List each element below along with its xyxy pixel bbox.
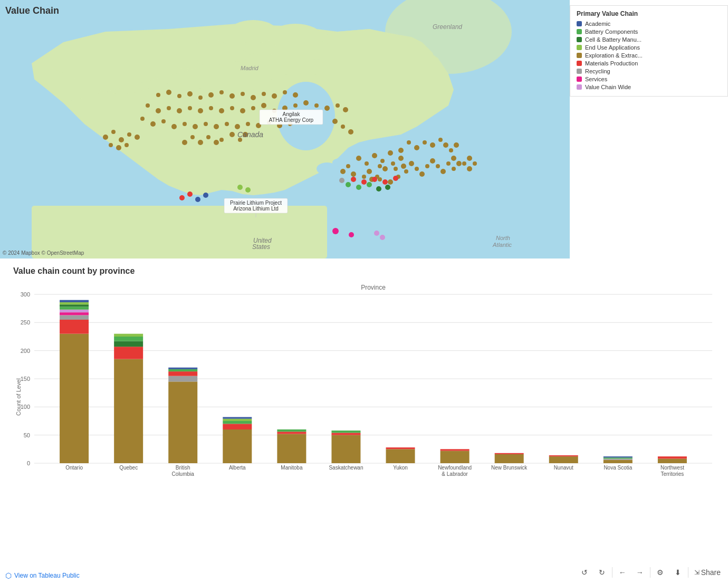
- map-container[interactable]: Angilak ATHA Energy Corp Prairie Lithium…: [0, 0, 570, 259]
- svg-point-17: [365, 161, 369, 166]
- bar-segment[interactable]: [604, 457, 633, 458]
- bar-label: Columbia: [172, 471, 195, 477]
- bar-segment[interactable]: [114, 337, 143, 341]
- undo-button[interactable]: ↺: [577, 565, 592, 580]
- bar-segment[interactable]: [277, 434, 306, 463]
- bar-segment[interactable]: [277, 429, 306, 432]
- bar-label: Newfoundland: [438, 465, 472, 471]
- svg-text:Angilak: Angilak: [283, 111, 301, 117]
- svg-point-26: [398, 156, 404, 161]
- download-button[interactable]: ⬇: [670, 565, 685, 580]
- bar-segment[interactable]: [495, 453, 524, 454]
- bar-segment[interactable]: [60, 300, 89, 302]
- legend-item: End Use Applications: [577, 44, 721, 51]
- bar-segment[interactable]: [168, 368, 197, 369]
- back-button[interactable]: ←: [615, 565, 630, 580]
- svg-point-103: [293, 103, 298, 108]
- bar-segment[interactable]: [168, 369, 197, 371]
- bar-segment[interactable]: [223, 419, 252, 421]
- bar-segment[interactable]: [604, 458, 633, 459]
- share-button[interactable]: ⇲ Share: [691, 565, 724, 580]
- bar-label: British: [176, 465, 190, 471]
- redo-button[interactable]: ↻: [595, 565, 609, 580]
- bar-segment[interactable]: [60, 304, 89, 307]
- bar-segment[interactable]: [331, 435, 360, 463]
- bar-segment[interactable]: [60, 310, 89, 312]
- bar-segment[interactable]: [658, 456, 687, 458]
- svg-text:50: 50: [24, 432, 30, 438]
- bar-segment[interactable]: [331, 433, 360, 435]
- svg-text:ATHA Energy Corp: ATHA Energy Corp: [269, 117, 314, 123]
- svg-point-110: [150, 121, 156, 127]
- svg-point-60: [119, 137, 124, 142]
- legend-item-label: Materials Production: [585, 60, 638, 66]
- svg-point-49: [398, 148, 404, 153]
- legend-item-label: Recycling: [585, 68, 610, 74]
- view-tableau-label[interactable]: View on Tableau Public: [14, 572, 80, 579]
- svg-point-98: [240, 108, 245, 113]
- svg-point-119: [246, 122, 250, 126]
- svg-text:Madrid: Madrid: [241, 65, 259, 71]
- bar-segment[interactable]: [60, 320, 89, 334]
- svg-point-78: [187, 91, 193, 97]
- bar-segment[interactable]: [386, 447, 415, 449]
- svg-point-11: [332, 158, 348, 167]
- settings-button[interactable]: ⚙: [653, 565, 668, 580]
- svg-point-87: [283, 90, 287, 94]
- bar-segment[interactable]: [114, 341, 143, 347]
- svg-point-89: [146, 103, 150, 108]
- svg-point-71: [219, 138, 224, 142]
- bar-segment[interactable]: [440, 451, 470, 463]
- svg-point-31: [415, 167, 419, 171]
- bar-segment[interactable]: [114, 359, 143, 463]
- bar-segment[interactable]: [114, 347, 143, 359]
- svg-point-30: [409, 161, 414, 166]
- bar-segment[interactable]: [440, 449, 470, 451]
- bar-segment[interactable]: [60, 315, 89, 320]
- legend-item: Battery Components: [577, 28, 721, 35]
- bar-segment[interactable]: [331, 430, 360, 433]
- svg-point-50: [407, 140, 411, 145]
- bar-label: Yukon: [393, 465, 408, 471]
- bar-segment[interactable]: [386, 449, 415, 463]
- bar-segment[interactable]: [60, 307, 89, 309]
- svg-point-105: [314, 103, 319, 108]
- bar-segment[interactable]: [549, 455, 578, 456]
- svg-point-7: [171, 53, 198, 69]
- bar-segment[interactable]: [60, 312, 89, 315]
- chart-inner: Province 050100150200250300OntarioQuebec…: [34, 284, 712, 495]
- svg-point-81: [219, 90, 224, 94]
- bar-segment[interactable]: [495, 454, 524, 463]
- svg-point-108: [343, 107, 348, 112]
- bar-segment[interactable]: [223, 424, 252, 429]
- bar-segment[interactable]: [277, 432, 306, 434]
- svg-point-80: [208, 92, 214, 98]
- bar-segment[interactable]: [223, 417, 252, 419]
- legend-color-dot: [577, 61, 582, 66]
- bar-segment[interactable]: [604, 460, 633, 463]
- bar-segment[interactable]: [168, 376, 197, 382]
- bar-segment[interactable]: [60, 334, 89, 463]
- svg-point-97: [230, 106, 234, 110]
- bar-segment[interactable]: [549, 456, 578, 463]
- bar-segment[interactable]: [114, 334, 143, 337]
- forward-button[interactable]: →: [633, 565, 647, 580]
- legend-item: Cell & Battery Manu...: [577, 36, 721, 43]
- svg-point-113: [183, 122, 187, 126]
- bar-segment[interactable]: [658, 458, 687, 463]
- svg-point-144: [332, 228, 339, 234]
- svg-point-75: [156, 93, 160, 97]
- bar-segment[interactable]: [223, 421, 252, 424]
- bar-segment[interactable]: [168, 371, 197, 376]
- bar-segment[interactable]: [223, 429, 252, 463]
- bar-segment[interactable]: [60, 302, 89, 304]
- svg-text:Prairie Lithium Project: Prairie Lithium Project: [230, 200, 282, 206]
- svg-point-47: [346, 164, 350, 168]
- svg-point-28: [401, 164, 406, 169]
- svg-point-63: [109, 143, 113, 147]
- legend-color-dot: [577, 84, 582, 90]
- bar-label: New Brunswick: [491, 465, 528, 471]
- bar-segment[interactable]: [168, 381, 197, 463]
- bar-segment[interactable]: [604, 456, 633, 457]
- bar-label: Northwest: [660, 465, 684, 471]
